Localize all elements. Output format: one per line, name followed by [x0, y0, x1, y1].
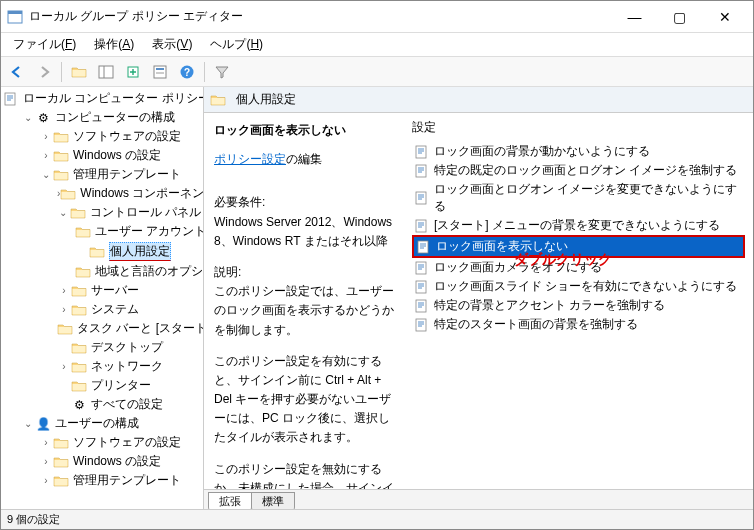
setting-row[interactable]: ロック画面を表示しないダブルクリック: [412, 235, 745, 258]
tree-item[interactable]: ›管理用テンプレート: [39, 471, 201, 490]
tree-panel[interactable]: ローカル コンピューター ポリシー ⌄ ⚙ コンピューターの構成 ›ソフトウェア…: [1, 87, 204, 509]
menu-view[interactable]: 表示(V): [144, 34, 200, 55]
tree-label: システム: [91, 301, 139, 318]
collapse-icon[interactable]: ⌄: [21, 111, 35, 125]
setting-row[interactable]: 特定のスタート画面の背景を強制する: [412, 315, 745, 334]
tree-item[interactable]: ›ソフトウェアの設定: [39, 433, 201, 452]
folder-icon: [75, 225, 91, 239]
tree-item[interactable]: 地域と言語のオプショ: [75, 262, 201, 281]
properties-button[interactable]: [148, 60, 172, 84]
expand-icon[interactable]: ›: [39, 436, 53, 450]
collapse-icon[interactable]: ⌄: [57, 206, 70, 220]
expand-icon[interactable]: ›: [57, 284, 71, 298]
policy-icon: [416, 240, 432, 254]
folder-icon: [57, 322, 73, 336]
tree-label: サーバー: [91, 282, 139, 299]
tree-label: ソフトウェアの設定: [73, 434, 181, 451]
nav-forward-button[interactable]: [32, 60, 56, 84]
setting-row[interactable]: ロック画面の背景が動かないようにする: [412, 142, 745, 161]
menu-file[interactable]: ファイル(F): [5, 34, 84, 55]
policy-icon: [3, 92, 19, 106]
view-tabs: 拡張 標準: [204, 489, 753, 509]
statusbar: 9 個の設定: [1, 509, 753, 529]
titlebar: ローカル グループ ポリシー エディター ― ▢ ✕: [1, 1, 753, 33]
expand-icon[interactable]: ›: [39, 149, 53, 163]
settings-list: ロック画面の背景が動かないようにする特定の既定のロック画面とログオン イメージを…: [412, 142, 745, 334]
setting-label: ロック画面の背景が動かないようにする: [434, 143, 650, 160]
tree-label: Windows の設定: [73, 453, 161, 470]
policy-icon: [414, 191, 430, 205]
folder-icon: [71, 284, 87, 298]
tree-control-panel[interactable]: ⌄コントロール パネル: [57, 203, 201, 222]
setting-row[interactable]: ロック画面スライド ショーを有効にできないようにする: [412, 277, 745, 296]
toolbar-sep: [204, 62, 205, 82]
tree-label: Windows コンポーネント: [80, 185, 204, 202]
requirements: 必要条件: Windows Server 2012、Windows 8、Wind…: [214, 193, 394, 251]
folder-icon: [53, 168, 69, 182]
collapse-icon[interactable]: ⌄: [39, 168, 53, 182]
up-button[interactable]: [67, 60, 91, 84]
show-hide-button[interactable]: [94, 60, 118, 84]
tree-label: ユーザーの構成: [55, 415, 139, 432]
right-panel: 個人用設定 ロック画面を表示しない ポリシー設定の編集 必要条件: Window…: [204, 87, 753, 509]
filter-button[interactable]: [210, 60, 234, 84]
panel-header: 個人用設定: [204, 87, 753, 113]
setting-row[interactable]: 特定の背景とアクセント カラーを強制する: [412, 296, 745, 315]
tree-item[interactable]: デスクトップ: [57, 338, 201, 357]
tree-item[interactable]: プリンター: [57, 376, 201, 395]
expand-icon[interactable]: ›: [39, 130, 53, 144]
tree-item[interactable]: ›Windows の設定: [39, 146, 201, 165]
tree-computer-config[interactable]: ⌄ ⚙ コンピューターの構成: [21, 108, 201, 127]
tree-item[interactable]: ユーザー アカウント: [75, 222, 201, 241]
setting-row[interactable]: 特定の既定のロック画面とログオン イメージを強制する: [412, 161, 745, 180]
tree-item[interactable]: ›ネットワーク: [57, 357, 201, 376]
tree-label: ローカル コンピューター ポリシー: [23, 90, 204, 107]
tree-admin-templates[interactable]: ⌄管理用テンプレート: [39, 165, 201, 184]
edit-policy-link[interactable]: ポリシー設定: [214, 150, 286, 169]
user-icon: 👤: [35, 417, 51, 431]
setting-row[interactable]: [スタート] メニューの背景を変更できないようにする: [412, 216, 745, 235]
tab-standard[interactable]: 標準: [251, 492, 295, 509]
tree-item[interactable]: ›Windows の設定: [39, 452, 201, 471]
tree-label: ネットワーク: [91, 358, 163, 375]
folder-icon: [53, 130, 69, 144]
close-button[interactable]: ✕: [702, 2, 747, 32]
tree-root[interactable]: ローカル コンピューター ポリシー: [3, 89, 201, 108]
collapse-icon[interactable]: ⌄: [21, 417, 35, 431]
tree-label: ユーザー アカウント: [95, 223, 204, 240]
gpedit-window: ローカル グループ ポリシー エディター ― ▢ ✕ ファイル(F) 操作(A)…: [0, 0, 754, 530]
tree-item[interactable]: ›サーバー: [57, 281, 201, 300]
tree-label: 管理用テンプレート: [73, 166, 181, 183]
menu-action[interactable]: 操作(A): [86, 34, 142, 55]
tab-extended[interactable]: 拡張: [208, 492, 252, 509]
window-controls: ― ▢ ✕: [612, 2, 747, 32]
tree-label: コンピューターの構成: [55, 109, 175, 126]
expand-icon[interactable]: ›: [39, 474, 53, 488]
toolbar-sep: [61, 62, 62, 82]
tree-item[interactable]: ›Windows コンポーネント: [57, 184, 201, 203]
tree-label: コントロール パネル: [90, 204, 201, 221]
setting-row[interactable]: ロック画面とログオン イメージを変更できないようにする: [412, 180, 745, 216]
setting-label: ロック画面とログオン イメージを変更できないようにする: [434, 181, 743, 215]
export-button[interactable]: [121, 60, 145, 84]
setting-label: 特定のスタート画面の背景を強制する: [434, 316, 638, 333]
tree-item[interactable]: ›システム: [57, 300, 201, 319]
toolbar: [1, 57, 753, 87]
menu-help[interactable]: ヘルプ(H): [202, 34, 271, 55]
help-button[interactable]: [175, 60, 199, 84]
expand-icon[interactable]: ›: [57, 303, 71, 317]
setting-name: ロック画面を表示しない: [214, 121, 394, 140]
expand-icon[interactable]: ›: [57, 360, 71, 374]
tree-item[interactable]: ›ソフトウェアの設定: [39, 127, 201, 146]
tree-item[interactable]: ⚙すべての設定: [57, 395, 201, 414]
tree-personalization[interactable]: 個人用設定: [75, 241, 201, 262]
folder-icon: [71, 379, 87, 393]
minimize-button[interactable]: ―: [612, 2, 657, 32]
nav-back-button[interactable]: [5, 60, 29, 84]
tree-user-config[interactable]: ⌄👤ユーザーの構成: [21, 414, 201, 433]
expand-icon[interactable]: ›: [39, 455, 53, 469]
folder-icon: [53, 149, 69, 163]
setting-label: 特定の既定のロック画面とログオン イメージを強制する: [434, 162, 737, 179]
tree-item[interactable]: タスク バーと [スタート] メ: [57, 319, 201, 338]
maximize-button[interactable]: ▢: [657, 2, 702, 32]
